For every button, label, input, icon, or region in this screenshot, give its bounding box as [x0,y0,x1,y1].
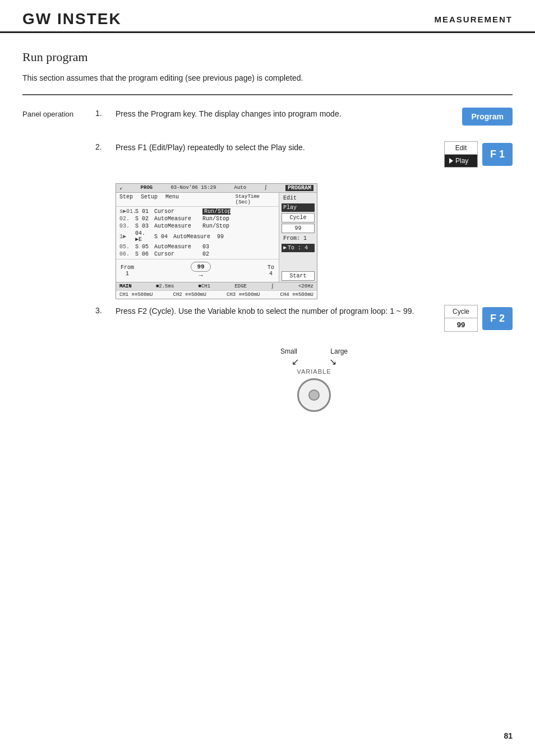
step-2: 2. Press F1 (Edit/Play) repeatedly to se… [95,141,513,168]
osc-bottom-bar: CH1 ≡≡500mU CH2 ≡≡500mU CH3 ≡≡500mU CH4 … [116,290,317,299]
osc-main: Step Setup Menu StayTime (Sec) s►01. [116,193,279,282]
sidebar-to: ►To : 4 [282,244,315,252]
osc-slope: ∫ [271,284,274,289]
play-arrow-icon [449,158,453,164]
edit-label: Edit [445,142,477,155]
panel-label: Panel operation [22,108,95,412]
osc-datetime: 03-Nov'06 15:29 [170,185,216,191]
divider [22,94,513,95]
osc-body: Step Setup Menu StayTime (Sec) s►01. [116,193,317,282]
knob-area: Small Large ↙ ↘ VARIABLE [116,347,513,412]
table-row: 03. S 03 AutoMeasure Run/Stop [119,222,275,230]
large-label: Large [330,347,348,355]
down-arrow-right-icon: ↘ [329,356,336,367]
play-label: Play [445,155,477,167]
f2-button[interactable]: F 2 [482,307,513,330]
osc-sidebar: Edit Play Cycle 99 From: 1 ►To : 4 Start [279,193,317,282]
osc-program-badge: PROGRAM [285,185,313,191]
osc-from-to: From 1 99 → To 4 [116,259,279,282]
content-area: Run program This section assumes that th… [0,33,535,434]
osc-menu-menu: Menu [165,194,179,205]
sidebar-99: 99 [282,224,315,233]
osc-auto: Auto [234,185,247,191]
step-3-widget: Cycle 99 F 2 [444,305,513,332]
osc-menu-bar: Step Setup Menu StayTime (Sec) [116,193,279,207]
knob-arrows-row: ↙ ↘ [292,356,336,367]
osc-ch1-val: CH1 ≡≡500mU [119,292,153,298]
step-2-widget: Edit Play F 1 [444,141,513,168]
edit-play-box: Edit Play [444,141,478,168]
osc-prog: PROG [141,185,153,191]
osc-time: ■2.5ms [156,284,174,289]
down-arrow-left-icon: ↙ [292,356,299,367]
osc-edge: EDGE [234,284,247,289]
step-1-widget: Program [462,108,513,126]
sidebar-play: Play [282,203,315,212]
osc-status-bar: MAIN ■2.5ms ■CH1 EDGE ∫ <20Hz [116,282,317,290]
sidebar-edit: Edit [282,194,315,202]
knob-label-row: Small Large [280,347,348,355]
osc-ch4-val: CH4 ≡≡500mU [280,292,313,298]
cycle-box: Cycle 99 [444,305,478,332]
table-row: 1► 04. ►E S 04 AutoMeasure 99 [119,230,275,243]
step-1-num: 1. [95,108,107,118]
osc-stay-time: StayTime (Sec) [236,194,268,205]
step-2-num: 2. [95,141,107,151]
osc-menu-step: Step [119,194,133,205]
osc-main-label: MAIN [119,284,132,289]
osc-menu-setup: Setup [141,194,158,205]
steps-column: 1. Press the Program key. The display ch… [95,108,513,412]
logo: GW INSTEK [22,10,122,28]
section-title: MEASUREMENT [434,10,513,24]
cycle-label: Cycle [445,305,477,318]
step-1: 1. Press the Program key. The display ch… [95,108,513,126]
osc-signal: ∫ [264,185,267,191]
step-3-text: Press F2 (Cycle). Use the Variable knob … [116,305,435,317]
page-number: 81 [504,731,513,740]
osc-symbol: ↙ [119,185,122,191]
step-3: 3. Press F2 (Cycle). Use the Variable kn… [95,305,513,332]
oscilloscope-screen: ↙ PROG 03-Nov'06 15:29 Auto ∫ PROGRAM St… [116,183,317,299]
f1-button[interactable]: F 1 [482,143,513,166]
table-row: 05. S 05 AutoMeasure 03 [119,243,275,251]
step-2-text: Press F1 (Edit/Play) repeatedly to selec… [116,141,435,154]
sidebar-from: From: 1 [282,234,315,243]
table-row: 06. S 06 Cursor 02 [119,251,275,258]
osc-ch2-val: CH2 ≡≡500mU [173,292,206,298]
variable-label: VARIABLE [297,368,331,375]
variable-knob[interactable] [297,378,331,412]
page-header: GW INSTEK MEASUREMENT [0,0,535,33]
knob-center [308,389,320,401]
sidebar-cycle: Cycle [282,213,315,222]
osc-ch3-val: CH3 ≡≡500mU [227,292,260,298]
sidebar-start: Start [282,271,315,281]
step-1-text: Press the Program key. The display chang… [116,108,453,120]
osc-freq: <20Hz [298,284,313,289]
osc-ch1: ■CH1 [199,284,211,289]
page-title: Run program [22,50,513,64]
program-button[interactable]: Program [462,108,513,126]
cycle-value: 99 [445,318,477,331]
intro-text: This section assumes that the program ed… [22,72,513,84]
steps-area: Panel operation 1. Press the Program key… [22,108,513,412]
osc-table: s►01. S 01 Cursor Run/Stop 02. S 02 Auto… [116,207,279,259]
table-row: s►01. S 01 Cursor Run/Stop [119,208,275,215]
table-row: 02. S 02 AutoMeasure Run/Stop [119,215,275,222]
small-label: Small [280,347,297,355]
osc-top-bar: ↙ PROG 03-Nov'06 15:29 Auto ∫ PROGRAM [116,184,317,193]
step-3-num: 3. [95,305,107,315]
